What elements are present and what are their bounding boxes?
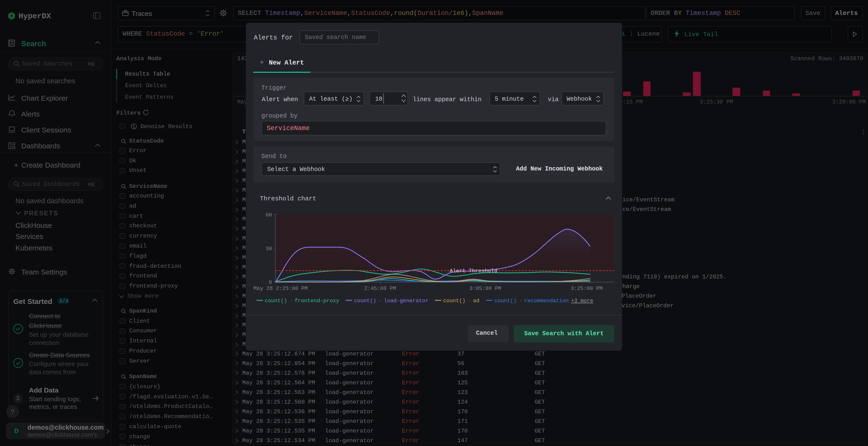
svg-text:2:45:00 PM: 2:45:00 PM (364, 286, 396, 291)
svg-text:3:05:00 PM: 3:05:00 PM (469, 286, 501, 291)
svg-text:recommendation: recommendation (524, 298, 569, 304)
svg-text:count(): count() (265, 298, 287, 304)
svg-text:Alert Threshold: Alert Threshold (450, 268, 497, 274)
svg-text:count(): count() (443, 298, 465, 304)
svg-text:·: · (519, 298, 523, 304)
svg-text:·: · (468, 298, 471, 304)
svg-text:0: 0 (269, 280, 272, 286)
svg-text:·: · (379, 298, 382, 304)
svg-text:+3 more: +3 more (571, 298, 593, 304)
svg-text:60: 60 (266, 212, 272, 218)
svg-text:·: · (290, 298, 293, 304)
svg-text:frontend-proxy: frontend-proxy (294, 298, 339, 304)
svg-text:May 28 2:25:00 PM: May 28 2:25:00 PM (254, 286, 308, 291)
svg-text:count(): count() (494, 298, 517, 304)
svg-text:load-generator: load-generator (384, 298, 429, 304)
svg-text:ad: ad (473, 298, 479, 304)
svg-text:3:25:00 PM: 3:25:00 PM (571, 286, 602, 291)
svg-text:count(): count() (354, 298, 376, 304)
svg-text:30: 30 (266, 246, 272, 252)
